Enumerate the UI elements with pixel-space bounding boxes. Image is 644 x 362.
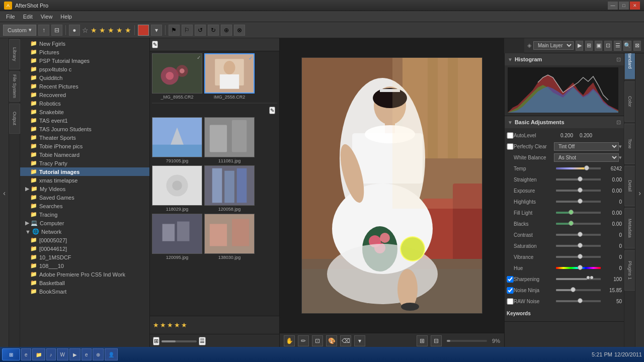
star-4[interactable]: ★ [108,26,114,34]
thumbnail-item-7[interactable]: 138030.jpg [204,214,255,260]
star-6[interactable]: ★ [125,26,131,34]
crop-tool[interactable]: ⊡ [312,335,323,346]
thumbnail-item-4[interactable]: 118029.jpg [152,165,202,212]
hand-tool[interactable]: ✋ [284,335,295,346]
rating-star-4[interactable]: ★ [174,321,180,329]
paste-button[interactable]: ⊗ [234,25,245,36]
file-system-tab[interactable]: File System [9,71,20,102]
taskbar-ie1[interactable]: e [21,348,31,360]
taskbar-ie2[interactable]: e [82,348,92,360]
tree-item-pictures[interactable]: 📁Pictures [20,48,149,56]
vibrance-slider[interactable] [556,256,601,258]
zoom-search-button[interactable]: 🔍 [623,41,631,51]
pencil-tool[interactable]: ✏ [298,335,309,346]
noise-ninja-slider[interactable] [556,289,601,291]
tree-item-booksmart[interactable]: 📁BookSmart [20,287,149,296]
copy-button[interactable]: ⊕ [221,25,232,36]
sort-asc-button[interactable]: ↑ [38,25,49,36]
saturation-slider[interactable] [556,245,601,247]
highlights-slider[interactable] [556,201,601,203]
thumbnail-item-0[interactable]: ✓ _MG_8955.CR2 [152,53,202,100]
start-button[interactable]: ⊞ [2,348,20,360]
color-dropdown[interactable]: ▾ [151,25,162,36]
tree-item-snakebite[interactable]: 📁Snakebite [20,108,149,116]
thumbnail-item-5[interactable]: 120058.jpg [204,165,255,212]
tree-item-network[interactable]: ▼🌐Network [20,227,149,236]
rotate-right-button[interactable]: ↻ [208,25,219,36]
tree-item-recent[interactable]: 📁Recent Pictures [20,82,149,90]
tree-item-10msdcf[interactable]: 📁10_1MSDCF [20,253,149,261]
tree-item-saved-games[interactable]: 📁Saved Games [20,193,149,202]
minimize-button[interactable]: — [608,2,618,10]
dot-button[interactable]: ● [69,25,80,36]
compare-view-button[interactable]: ⊡ [604,41,612,51]
layer-icon[interactable]: ◈ [527,42,531,49]
zoom-actual-button[interactable]: ⊟ [431,335,442,346]
tree-item-tracing[interactable]: 📁Tracing [20,210,149,219]
tree-item-00005027[interactable]: 📁[00005027] [20,236,149,244]
raw-noise-slider[interactable] [556,300,601,302]
star-3[interactable]: ★ [99,26,106,34]
sharpening-checkbox[interactable] [507,276,514,283]
tree-item-tracy-party[interactable]: 📁Tracy Party [20,159,149,167]
tree-item-quidditch[interactable]: 📁Quidditch [20,73,149,82]
zoom-bar[interactable] [447,340,487,342]
tree-item-tobie-namecard[interactable]: 📁Tobie Namecard [20,150,149,159]
tree-item-tutorial-images[interactable]: 📁Tutorial images [20,167,149,176]
basic-adj-pin-icon[interactable]: ⊡ [616,119,621,126]
rating-star-5[interactable]: ★ [181,321,187,329]
histogram-header[interactable]: ▼ Histogram ⊡ [505,53,624,65]
color-label-button[interactable] [138,25,149,36]
exposure-slider[interactable] [556,190,601,192]
brush-tool[interactable]: ⌫ [340,335,351,346]
thumb-edit-button[interactable]: ✎ [269,107,275,114]
sharpening-slider[interactable] [556,278,601,280]
tree-item-computer[interactable]: ▶💻Computer [20,219,149,227]
autolevel-checkbox[interactable] [507,132,514,139]
rotate-left-button[interactable]: ↺ [195,25,206,36]
metadata-tab[interactable]: Metadata [624,208,635,248]
thumbnail-item-2[interactable]: 791005.jpg [152,117,202,163]
fill-light-slider[interactable] [556,212,601,214]
zoom-fit-button[interactable]: ⊞ [417,335,428,346]
star-5[interactable]: ★ [116,26,123,34]
thumbnail-item-1[interactable]: ✓ IMG_2558.CR2 [204,53,255,100]
taskbar-btn8[interactable]: 👤 [105,348,118,360]
star-2[interactable]: ★ [91,26,97,34]
right-collapse-arrow[interactable]: › [635,38,644,348]
noise-ninja-checkbox[interactable] [507,287,514,294]
contrast-slider[interactable] [556,234,601,236]
rating-star-3[interactable]: ★ [167,321,173,329]
filter-button[interactable]: ⊟ [51,25,62,36]
histogram-pin-icon[interactable]: ⊡ [616,56,621,63]
tree-item-00044612[interactable]: 📁[00044612] [20,244,149,253]
taskbar-btn3[interactable]: ♪ [46,348,56,360]
fullscreen-button[interactable]: ⊠ [633,41,641,51]
rating-star-2[interactable]: ★ [160,321,166,329]
star-1[interactable]: ☆ [82,26,89,34]
menu-help[interactable]: Help [56,13,76,21]
wb-arrow[interactable]: ▾ [619,154,622,161]
preset-dropdown[interactable]: Custom ▾ [3,25,36,36]
library-tab[interactable]: Library [9,39,20,69]
tree-item-108[interactable]: 📁108___10 [20,261,149,270]
single-view-button[interactable]: ▣ [595,41,602,51]
detail-tab[interactable]: Detail [624,166,635,206]
hue-slider[interactable] [556,267,601,269]
perfectly-clear-arrow[interactable]: ▾ [619,143,622,150]
grid-view-button[interactable]: ⊞ [585,41,593,51]
output-tab[interactable]: Output [9,104,20,134]
reject-button[interactable]: ⚐ [182,25,193,36]
tree-item-new-girls[interactable]: 📁New Fgirls [20,39,149,48]
color-picker-tool[interactable]: 🎨 [326,335,337,346]
filmstrip-button[interactable]: ☰ [614,41,621,51]
zoom-slider[interactable] [162,340,197,342]
play-button[interactable]: ▶ [576,41,583,51]
temp-slider[interactable] [556,167,601,169]
tree-item-searches[interactable]: 📁Searches [20,202,149,210]
blacks-slider[interactable] [556,223,601,225]
tone-tab[interactable]: Tone [624,124,635,164]
layer-dropdown[interactable]: Main Layer [533,41,574,50]
menu-view[interactable]: View [37,13,57,21]
raw-noise-checkbox[interactable] [507,298,514,305]
